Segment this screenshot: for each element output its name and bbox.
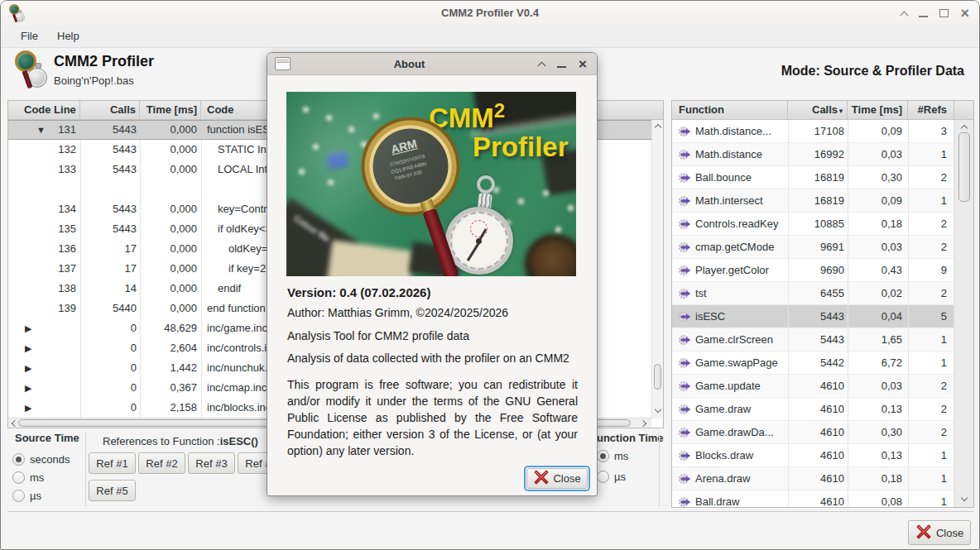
- references-label: References to Function :isESC(): [103, 435, 258, 447]
- function-icon: [678, 310, 691, 323]
- function-row[interactable]: Math.distance169920,031: [672, 143, 954, 166]
- about-license: This program is free software; you can r…: [287, 376, 578, 459]
- page-title: CMM2 Profiler: [54, 53, 154, 70]
- col-refs[interactable]: #Refs: [908, 101, 954, 119]
- function-time-label: Function Time: [590, 432, 664, 444]
- function-icon: [678, 171, 691, 184]
- dialog-window-icon: [275, 57, 291, 70]
- function-row[interactable]: Ball.draw46100,081: [672, 490, 954, 507]
- function-time-radio-µs[interactable]: [597, 471, 609, 483]
- function-icon: [678, 194, 691, 208]
- function-row[interactable]: Game.draw46100,132: [672, 398, 954, 421]
- ref-button-5[interactable]: Ref #5: [89, 480, 136, 501]
- about-line1: Analysis Tool for CMM2 profile data: [287, 329, 469, 342]
- stopwatch-crown-ring: [477, 175, 495, 194]
- about-dialog-title: About: [296, 53, 522, 75]
- function-row[interactable]: cmap.getCMode96910,032: [672, 236, 954, 259]
- stopwatch: [445, 207, 513, 275]
- dialog-minimize-icon[interactable]: [557, 66, 566, 68]
- source-time-radio-seconds[interactable]: [12, 453, 25, 466]
- about-dialog: About × Colour Ma CMM2 Profiler ARM STM3…: [267, 52, 598, 496]
- ref-button-3[interactable]: Ref #3: [188, 452, 235, 474]
- source-time-label-ms: ms: [30, 471, 44, 484]
- function-table: Function Calls▼ Time [ms] #Refs Math.dis…: [671, 100, 974, 508]
- col-calls[interactable]: Calls: [80, 101, 140, 119]
- col-time[interactable]: Time [ms]: [140, 101, 201, 119]
- function-row[interactable]: Ball.bounce168190,302: [672, 166, 954, 189]
- stopwatch-crown: [478, 193, 492, 208]
- function-row[interactable]: isESC54430,045: [672, 305, 954, 328]
- function-row[interactable]: Blocks.draw46100,131: [672, 444, 954, 467]
- function-row[interactable]: Game.update46100,032: [672, 375, 954, 398]
- source-time-label-seconds: seconds: [30, 453, 70, 466]
- dialog-close-icon[interactable]: ×: [579, 57, 587, 71]
- function-row[interactable]: Game.swapPage54426,721: [672, 352, 954, 375]
- function-icon: [678, 333, 691, 347]
- function-icon: [678, 449, 691, 462]
- source-time-label-µs: µs: [30, 490, 41, 502]
- menu-help[interactable]: Help: [52, 26, 84, 47]
- function-row[interactable]: Controls.readKey108850,182: [672, 213, 954, 236]
- window-title: CMM2 Profiler V0.4: [1, 1, 979, 25]
- app-logo: [13, 50, 50, 90]
- minimize-icon[interactable]: [919, 16, 928, 17]
- col-fn-calls[interactable]: Calls▼: [788, 101, 848, 119]
- shade-icon[interactable]: [901, 11, 909, 19]
- dialog-close-focus-ring: Close: [524, 466, 590, 491]
- function-row[interactable]: Game.clrScreen54431,651: [672, 328, 954, 352]
- function-table-header: Function Calls▼ Time [ms] #Refs: [672, 101, 973, 120]
- function-icon: [678, 426, 691, 439]
- dialog-close-red-x-icon: [533, 469, 550, 488]
- function-icon: [678, 495, 691, 507]
- dialog-shade-icon[interactable]: [538, 62, 546, 70]
- function-row[interactable]: Player.getColor96900,439: [672, 259, 954, 282]
- about-author: Author: Matthias Grimm, ©2024/2025/2026: [287, 306, 508, 319]
- ref-button-1[interactable]: Ref #1: [89, 452, 136, 474]
- function-row[interactable]: Arena.draw46100,181: [672, 467, 954, 490]
- function-icon: [678, 356, 691, 370]
- loaded-file-name: Boing'n'Pop!.bas: [54, 74, 134, 87]
- col-fn-time[interactable]: Time [ms]: [848, 101, 908, 119]
- function-row[interactable]: Math.distance...171080,093: [672, 120, 954, 143]
- function-time-radio-ms[interactable]: [597, 450, 609, 462]
- function-row[interactable]: Math.intersect168190,091: [672, 189, 954, 213]
- function-icon: [678, 125, 691, 138]
- function-icon: [678, 472, 691, 485]
- function-row[interactable]: Game.drawDa...46100,302: [672, 421, 954, 444]
- function-icon: [678, 264, 691, 277]
- about-version: Version: 0.4 (07.02.2026): [287, 285, 430, 299]
- source-time-radio-ms[interactable]: [12, 471, 25, 484]
- col-code-line[interactable]: Code Line: [8, 101, 80, 119]
- function-time-label-ms: ms: [614, 450, 628, 462]
- function-time-label-µs: µs: [614, 471, 626, 483]
- about-dialog-titlebar: About ×: [267, 53, 597, 75]
- function-vscrollbar[interactable]: [954, 120, 973, 507]
- function-icon: [678, 218, 691, 231]
- ref-button-2[interactable]: Ref #2: [138, 452, 185, 474]
- function-table-body: Math.distance...171080,093Math.distance1…: [672, 120, 954, 507]
- source-time-label: Source Time: [15, 432, 79, 444]
- function-icon: [678, 241, 691, 254]
- menubar: File Help: [1, 26, 979, 48]
- menu-file[interactable]: File: [16, 26, 43, 47]
- function-icon: [678, 287, 691, 300]
- about-line2: Analysis of data collected with the prof…: [287, 352, 569, 365]
- close-icon[interactable]: ×: [960, 6, 969, 21]
- source-time-radio-µs[interactable]: [12, 490, 25, 502]
- function-icon: [678, 403, 691, 416]
- maximize-icon[interactable]: [939, 9, 949, 17]
- dialog-close-button[interactable]: Close: [526, 468, 588, 489]
- close-red-x-icon: [915, 524, 932, 543]
- main-close-button[interactable]: Close: [908, 520, 971, 545]
- about-brand-profiler: Profiler: [473, 133, 569, 160]
- window-titlebar: CMM2 Profiler V0.4 ×: [1, 1, 979, 26]
- magnifier-ring: [358, 113, 464, 219]
- source-vscrollbar[interactable]: [651, 120, 663, 418]
- function-row[interactable]: tst64550,022: [672, 282, 954, 305]
- mode-label: Mode: Source & Profiler Data: [781, 64, 964, 79]
- function-icon: [678, 148, 691, 161]
- function-icon: [678, 380, 691, 393]
- col-function[interactable]: Function: [672, 101, 788, 119]
- about-image: Colour Ma CMM2 Profiler ARM STM32H743IIT…: [286, 92, 576, 276]
- sort-desc-icon: ▼: [838, 108, 844, 115]
